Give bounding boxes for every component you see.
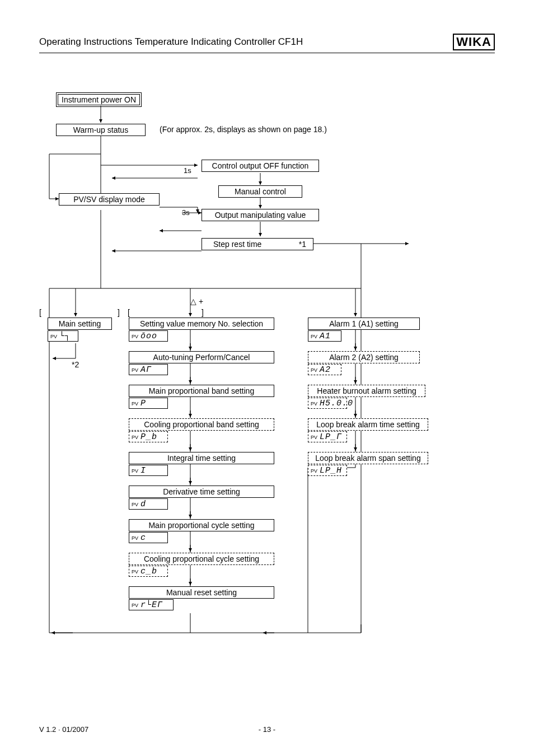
time-3s: 3s	[182, 208, 190, 217]
node-a1: Alarm 1 (A1) setting	[308, 318, 420, 330]
node-it: Integral time setting	[129, 452, 274, 464]
node-hb: Heater burnout alarm setting	[308, 385, 425, 397]
pv-value: └┐	[59, 332, 71, 341]
node-instrument-power-on: Instrument power ON	[56, 92, 142, 107]
node-at: Auto-tuning Perform/Cancel	[129, 351, 274, 363]
pv-value: H5.0.0	[320, 399, 353, 408]
node-cpc: Cooling proportional cycle setting	[129, 553, 274, 565]
pv-hb: PVH5.0.0	[308, 398, 347, 409]
node-output-mv: Output manipulating value	[202, 209, 319, 221]
bracket-r2: ]	[202, 308, 204, 317]
footer-page: - 13 -	[259, 725, 275, 734]
node-a2: Alarm 2 (A2) setting	[308, 351, 420, 363]
pv-a2: PVA2	[308, 364, 341, 375]
pv-value: c_b	[140, 567, 157, 576]
pv-label: PV	[132, 569, 138, 575]
pv-label: PV	[132, 367, 138, 373]
pv-at: PVAΓ	[129, 364, 168, 375]
pv-label: PV	[311, 401, 317, 407]
bracket-l2: [	[128, 308, 130, 317]
pv-label: PV	[132, 535, 138, 541]
label: Step rest time	[213, 240, 261, 249]
pv-value: LP_H	[320, 466, 342, 475]
time-1s: 1s	[184, 166, 191, 175]
pv-label: PV	[132, 401, 138, 407]
node-dt: Derivative time setting	[129, 486, 274, 498]
pv-value: LP_Γ	[320, 432, 342, 442]
node-mp: Main proportional band setting	[129, 385, 274, 397]
header-title: Operating Instructions Temperature Indic…	[39, 36, 303, 48]
star1: *1	[299, 240, 311, 249]
pv-dt: PVd	[129, 498, 168, 510]
node-mpc: Main proportional cycle setting	[129, 519, 274, 531]
node-warmup-status: Warm-up status	[56, 124, 146, 136]
pv-it: PVI	[129, 465, 168, 476]
bracket-l1: [	[39, 308, 41, 317]
warmup-note: (For approx. 2s, displays as shown on pa…	[160, 125, 327, 134]
pv-mpc: PVc	[129, 532, 168, 543]
pv-value: I	[140, 466, 146, 475]
pv-label: PV	[311, 435, 317, 440]
pv-value: P	[140, 399, 146, 408]
node-lps: Loop break alarm span setting	[308, 452, 428, 464]
node-main-setting: Main setting	[48, 318, 112, 330]
pv-label: PV	[132, 435, 138, 440]
node-lpt: Loop break alarm time setting	[308, 418, 428, 431]
pv-mr: PVr└EΓ	[129, 599, 174, 610]
pv-label: PV	[132, 603, 138, 608]
footer-version: V 1.2 · 01/2007	[39, 725, 88, 734]
pv-label: PV	[132, 502, 138, 507]
pv-value: AΓ	[140, 365, 152, 375]
pv-main-setting: PV└┐	[48, 330, 78, 342]
pv-label: PV	[311, 468, 317, 474]
pv-value: ōoo	[140, 332, 157, 341]
node-manual-control: Manual control	[218, 185, 302, 198]
pv-value: A2	[320, 365, 331, 375]
pv-lpt: PVLP_Γ	[308, 431, 347, 442]
pv-mp: PVP	[129, 398, 168, 409]
pv-label: PV	[311, 367, 317, 373]
pv-label: PV	[132, 334, 138, 339]
label: Instrument power ON	[58, 94, 140, 105]
pv-a1: PVA1	[308, 330, 341, 342]
page-header: Operating Instructions Temperature Indic…	[39, 34, 495, 53]
node-svm: Setting value memory No. selection	[129, 318, 274, 330]
pv-cpc: PVc_b	[129, 566, 168, 577]
pv-value: r└EΓ	[140, 600, 163, 610]
flow-diagram: Instrument power ON Warm-up status (For …	[39, 92, 495, 692]
pv-value: d	[140, 500, 146, 509]
node-cp: Cooling proportional band setting	[129, 418, 274, 431]
star2: *2	[72, 360, 79, 369]
brand-logo: WIKA	[453, 34, 495, 50]
page-footer: V 1.2 · 01/2007 - 13 -	[39, 725, 495, 734]
node-step-rest-time: Step rest time*1	[202, 238, 313, 250]
pv-label: PV	[132, 468, 138, 474]
triangle-plus: △ +	[190, 297, 203, 306]
pv-cp: PVP_b	[129, 431, 168, 442]
node-pvsv-display-mode: PV/SV display mode	[59, 193, 160, 206]
pv-label: PV	[311, 334, 317, 339]
pv-value: P_b	[140, 432, 157, 442]
pv-lps: PVLP_H	[308, 465, 347, 476]
bracket-r1: ]	[118, 308, 120, 317]
node-mr: Manual reset setting	[129, 586, 274, 599]
pv-value: A1	[320, 332, 331, 341]
pv-value: c	[140, 533, 146, 543]
pv-svm: PVōoo	[129, 330, 168, 342]
pv-label: PV	[50, 334, 57, 339]
node-control-output-off: Control output OFF function	[202, 160, 319, 172]
